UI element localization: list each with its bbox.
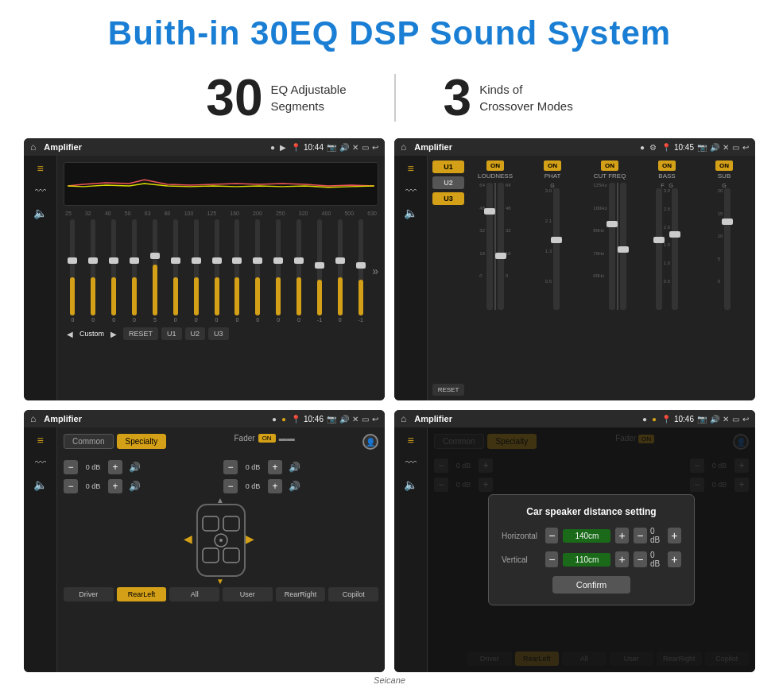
eq-slider-14[interactable]: 0 (331, 219, 349, 323)
specialty-tab[interactable]: Specialty (117, 434, 167, 449)
eq-icon-4[interactable]: ≡ (407, 434, 413, 447)
close-icon[interactable]: ✕ (352, 143, 358, 152)
rearleft-btn[interactable]: RearLeft (117, 587, 167, 601)
eq-icon-3[interactable]: ≡ (37, 434, 43, 447)
prev-btn[interactable]: ◀ (64, 330, 76, 338)
back-icon-4[interactable]: ↩ (742, 415, 749, 423)
cross-col-bass: ON BASS F G 3.02.52.01.51.00.5 (641, 160, 693, 396)
cutfreq-on-btn[interactable]: ON (601, 160, 618, 171)
home-icon-3[interactable]: ⌂ (30, 413, 36, 424)
phat-on-btn[interactable]: ON (544, 160, 561, 171)
home-icon-2[interactable]: ⌂ (401, 141, 406, 153)
u3-cross-btn[interactable]: U3 (432, 192, 464, 205)
wave-icon-3[interactable]: 〰 (35, 456, 46, 469)
eq-slider-10[interactable]: 0 (249, 219, 267, 323)
close-icon-3[interactable]: ✕ (352, 415, 358, 423)
waveform-icon[interactable]: 〰 (35, 184, 46, 197)
wave-icon-4[interactable]: 〰 (405, 456, 417, 469)
vol1-minus-btn[interactable]: − (64, 460, 78, 474)
back-icon-3[interactable]: ↩ (372, 415, 378, 423)
camera-icon-3: 📷 (327, 415, 336, 423)
window-icon-3[interactable]: ▭ (362, 415, 369, 423)
sub-on-btn[interactable]: ON (715, 160, 733, 171)
eq-slider-1[interactable]: 0 (64, 219, 82, 323)
settings-icon-2[interactable]: ⚙ (649, 143, 657, 152)
fader-slider[interactable]: ▬▬ (279, 434, 295, 443)
eq-slider-2[interactable]: 0 (84, 219, 103, 323)
vol4-minus-btn[interactable]: − (223, 479, 238, 493)
next-btn[interactable]: ▶ (107, 330, 120, 338)
reset-btn[interactable]: RESET (123, 327, 158, 340)
u2-cross-btn[interactable]: U2 (432, 176, 464, 189)
screen4-time: 10:46 (674, 415, 694, 423)
vertical-plus-btn[interactable]: + (615, 551, 628, 567)
wave-icon-2[interactable]: 〰 (405, 184, 417, 197)
confirm-btn[interactable]: Confirm (552, 576, 631, 594)
equalizer-icon[interactable]: ≡ (37, 162, 43, 175)
all-btn[interactable]: All (169, 587, 219, 601)
spk-icon-3[interactable]: 🔈 (33, 478, 47, 491)
bass-on-btn[interactable]: ON (658, 160, 676, 171)
vol2-plus-btn[interactable]: + (268, 460, 282, 474)
common-tab[interactable]: Common (64, 434, 114, 449)
horizontal-db-minus-btn[interactable]: − (634, 528, 647, 543)
screen2-sidebar: ≡ 〰 🔈 (394, 156, 428, 400)
vol3-plus-btn[interactable]: + (108, 479, 122, 493)
eq-slider-9[interactable]: 0 (228, 219, 246, 323)
page-header: Buith-in 30EQ DSP Sound System (0, 0, 779, 60)
u3-btn[interactable]: U3 (208, 327, 229, 340)
window-icon-2[interactable]: ▭ (732, 143, 739, 152)
close-icon-4[interactable]: ✕ (723, 415, 729, 423)
loudness-sliders: 644832160 644832160 (479, 183, 510, 310)
horizontal-minus-btn[interactable]: − (545, 528, 558, 543)
eq-slider-3[interactable]: 0 (105, 219, 123, 323)
svg-rect-2 (223, 516, 239, 531)
vertical-db-minus-btn[interactable]: − (634, 551, 647, 567)
horizontal-plus-btn[interactable]: + (615, 528, 628, 543)
close-icon-2[interactable]: ✕ (723, 143, 729, 152)
person-icon[interactable]: 👤 (362, 434, 378, 450)
eq-slider-15[interactable]: -1 (351, 219, 370, 323)
back-icon[interactable]: ↩ (372, 143, 378, 152)
cross-reset-btn[interactable]: RESET (432, 384, 464, 396)
spk-icon-4[interactable]: 🔈 (404, 478, 417, 491)
eq-slider-11[interactable]: 0 (269, 219, 288, 323)
expand-icon[interactable]: » (372, 265, 378, 277)
copilot-btn[interactable]: Copilot (328, 587, 378, 601)
u2-btn[interactable]: U2 (185, 327, 206, 340)
window-icon[interactable]: ▭ (362, 143, 369, 152)
vertical-db-plus-btn[interactable]: + (668, 551, 681, 567)
vol2-minus-btn[interactable]: − (223, 460, 238, 474)
vol1-value: 0 dB (81, 463, 105, 471)
cross-col-cutfreq: ON CUT FREQ 125Hz100Hz80Hz70Hz60Hz (583, 160, 636, 396)
play-icon[interactable]: ▶ (280, 143, 286, 152)
spk-icon-2[interactable]: 🔈 (404, 207, 417, 219)
loudness-on-btn[interactable]: ON (486, 160, 504, 171)
eq-slider-4[interactable]: 0 (126, 219, 144, 323)
vol4-plus-btn[interactable]: + (268, 479, 282, 493)
eq-slider-12[interactable]: 0 (290, 219, 308, 323)
user-btn[interactable]: User (223, 587, 273, 601)
window-icon-4[interactable]: ▭ (732, 415, 739, 423)
u1-cross-btn[interactable]: U1 (432, 160, 464, 173)
fader-on-btn[interactable]: ON (258, 434, 276, 443)
crossover-stat: 3 Kinds ofCrossover Modes (396, 68, 621, 127)
screen4-title: Amplifier (414, 414, 638, 423)
vol3-minus-btn[interactable]: − (64, 479, 78, 493)
eq-slider-8[interactable]: 0 (207, 219, 226, 323)
eq-slider-5[interactable]: 5 (146, 219, 165, 323)
vertical-minus-btn[interactable]: − (545, 551, 558, 567)
eq-slider-6[interactable]: 0 (166, 219, 184, 323)
u1-btn[interactable]: U1 (161, 327, 182, 340)
back-icon-2[interactable]: ↩ (742, 143, 749, 152)
vol1-plus-btn[interactable]: + (108, 460, 122, 474)
speaker-icon[interactable]: 🔈 (33, 207, 47, 219)
home-icon-4[interactable]: ⌂ (401, 413, 406, 424)
eq-slider-7[interactable]: 0 (187, 219, 205, 323)
driver-btn[interactable]: Driver (64, 587, 114, 601)
eq-icon-2[interactable]: ≡ (407, 162, 413, 175)
home-icon[interactable]: ⌂ (30, 141, 36, 153)
horizontal-db-plus-btn[interactable]: + (668, 528, 681, 543)
eq-slider-13[interactable]: -1 (311, 219, 329, 323)
rearright-btn[interactable]: RearRight (276, 587, 326, 601)
